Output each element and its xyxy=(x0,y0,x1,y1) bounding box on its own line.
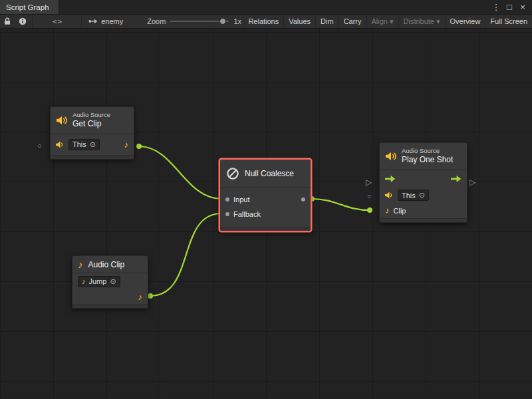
audioclip-output-icon[interactable]: ♪ xyxy=(138,293,143,301)
getclip-this-port-circle[interactable]: ○ xyxy=(37,142,42,150)
port-playoneshot-clip[interactable] xyxy=(367,207,372,213)
node-audio-clip[interactable]: ♪ Audio Clip ♪ Jump ⊙ ♪ xyxy=(72,255,148,309)
overview-label: Overview xyxy=(450,17,481,25)
align-button[interactable]: Align ▾ xyxy=(366,15,398,28)
this-field-value: This xyxy=(402,192,416,200)
toolbar-buttons: Relations Values Dim Carry Align ▾ Distr… xyxy=(243,15,532,28)
zoom-slider-knob[interactable] xyxy=(219,18,226,25)
tab-label: Script Graph xyxy=(6,3,49,11)
distribute-label: Distribute xyxy=(404,17,434,25)
window-menu-icon[interactable]: ⋮ xyxy=(491,0,501,15)
input-label: Input xyxy=(233,196,249,203)
audioclip-field-value: Jump xyxy=(89,277,107,285)
getclip-this-row: This ⊙ ♪ xyxy=(51,134,134,155)
object-picker-icon[interactable]: ⊙ xyxy=(110,278,116,285)
window-controls: ⋮ □ × xyxy=(491,0,532,14)
audio-source-icon xyxy=(386,152,396,161)
node-footer xyxy=(51,155,134,159)
close-icon[interactable]: × xyxy=(517,0,528,15)
window-tab-bar: Script Graph ⋮ □ × xyxy=(0,0,532,15)
dim-button[interactable]: Dim xyxy=(315,15,338,28)
tab-script-graph[interactable]: Script Graph xyxy=(0,0,59,14)
chevron-down-icon: ▾ xyxy=(436,17,440,26)
node-play-one-shot[interactable]: Audio Source Play One Shot xyxy=(379,142,467,223)
zoom-label: Zoom xyxy=(147,17,166,25)
node-category: Audio Source xyxy=(402,147,453,155)
input-port-dot[interactable] xyxy=(225,198,229,201)
playoneshot-this-field[interactable]: This ⊙ xyxy=(398,190,429,201)
node-title: Get Clip xyxy=(72,119,110,130)
node-null-coalesce[interactable]: Null Coalesce Input Fallback xyxy=(219,159,311,231)
maximize-icon[interactable]: □ xyxy=(504,0,515,15)
getclip-this-field[interactable]: This ⊙ xyxy=(68,139,100,150)
audioclip-output-icon[interactable]: ♪ xyxy=(124,140,129,149)
audioclip-object-field[interactable]: ♪ Jump ⊙ xyxy=(78,276,120,287)
audio-clip-icon: ♪ xyxy=(78,259,83,269)
fullscreen-button[interactable]: Full Screen xyxy=(485,15,532,28)
code-icon: <> xyxy=(53,17,63,26)
graph-breadcrumb[interactable]: enemy xyxy=(83,17,128,25)
graph-toolbar: <> enemy Zoom 1x Relations Values Dim Ca… xyxy=(0,15,532,29)
playoneshot-exit-triangle[interactable]: ▷ xyxy=(469,178,475,186)
align-label: Align xyxy=(372,17,388,25)
overview-button[interactable]: Overview xyxy=(445,15,485,28)
result-port-dot[interactable] xyxy=(301,198,305,201)
node-header: Null Coalesce xyxy=(220,160,311,188)
toolbar-separator xyxy=(81,15,82,28)
port-getclip-output[interactable] xyxy=(136,144,142,149)
fallback-port-dot[interactable] xyxy=(225,212,229,216)
playoneshot-clip-row: ♪ Clip xyxy=(380,203,467,218)
node-category: Audio Source xyxy=(72,111,110,119)
node-get-clip[interactable]: Audio Source Get Clip This ⊙ ♪ xyxy=(50,106,134,160)
graph-name: enemy xyxy=(101,17,123,25)
relations-button[interactable]: Relations xyxy=(243,15,283,28)
clip-label: Clip xyxy=(394,207,406,215)
playoneshot-this-row: This ⊙ xyxy=(380,188,467,203)
source-code-button[interactable]: <> xyxy=(49,15,66,28)
connection-output-to-clip[interactable] xyxy=(312,199,370,210)
fullscreen-label: Full Screen xyxy=(490,17,527,25)
playoneshot-this-port-circle[interactable]: ○ xyxy=(367,193,371,200)
playoneshot-enter-triangle[interactable]: ▷ xyxy=(366,178,372,186)
port-audioclip-output[interactable] xyxy=(148,293,153,299)
info-button[interactable] xyxy=(15,15,31,28)
node-footer xyxy=(72,304,148,308)
null-coalesce-icon xyxy=(226,167,239,180)
speaker-icon xyxy=(56,141,65,148)
distribute-button[interactable]: Distribute ▾ xyxy=(398,15,445,28)
dim-label: Dim xyxy=(321,17,334,25)
flow-out-arrow-icon[interactable] xyxy=(451,175,462,183)
node-title: Play One Shot xyxy=(402,155,453,166)
speaker-icon xyxy=(385,192,394,199)
relations-label: Relations xyxy=(248,17,279,25)
node-footer xyxy=(220,227,311,231)
script-graph-icon xyxy=(88,18,98,25)
object-picker-icon[interactable]: ⊙ xyxy=(419,192,425,199)
connection-getclip-to-input[interactable] xyxy=(139,146,221,199)
flow-in-arrow-icon[interactable] xyxy=(385,175,396,183)
control-flow-row xyxy=(380,170,467,188)
clip-input-icon[interactable]: ♪ xyxy=(385,206,390,215)
this-field-value: This xyxy=(72,140,86,148)
values-button[interactable]: Values xyxy=(283,15,315,28)
toolbar-separator xyxy=(32,15,33,28)
node-title: Null Coalesce xyxy=(245,169,294,178)
nullcoalesce-input-row: Input xyxy=(220,192,311,207)
node-title: Audio Clip xyxy=(88,260,125,269)
node-header: Audio Source Play One Shot xyxy=(380,143,467,170)
node-header: ♪ Audio Clip xyxy=(72,256,148,273)
values-label: Values xyxy=(289,17,311,25)
carry-button[interactable]: Carry xyxy=(338,15,366,28)
zoom-slider[interactable] xyxy=(170,21,229,22)
audioclip-output-row: ♪ xyxy=(72,289,148,304)
nullcoalesce-fallback-row: Fallback xyxy=(220,207,311,221)
zoom-value: 1x xyxy=(233,17,241,25)
lock-button[interactable] xyxy=(0,15,15,28)
object-picker-icon[interactable]: ⊙ xyxy=(90,141,96,148)
audio-clip-icon: ♪ xyxy=(82,278,86,285)
audio-source-icon xyxy=(57,116,67,125)
connection-audioclip-to-fallback[interactable] xyxy=(150,213,221,296)
graph-canvas[interactable]: ○ ▷ ○ ▷ Audio Source Get Clip This xyxy=(0,29,532,398)
fallback-label: Fallback xyxy=(233,210,261,218)
node-header: Audio Source Get Clip xyxy=(51,107,134,134)
